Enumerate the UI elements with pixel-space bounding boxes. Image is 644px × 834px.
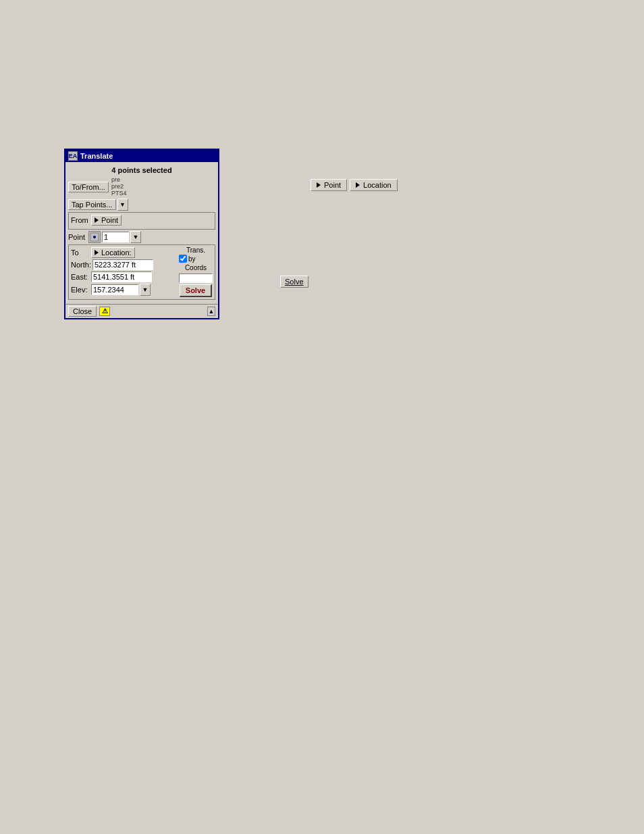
coords-label: Coords — [179, 263, 213, 272]
point-side-button[interactable]: Point — [311, 179, 347, 191]
by-coords-checkbox[interactable] — [179, 255, 187, 263]
elev-input[interactable]: 157.2344 — [91, 284, 138, 295]
pts-labels: pre pre2 PTS4 — [111, 177, 127, 197]
tofrom-button[interactable]: To/From... — [68, 182, 109, 192]
from-point-button[interactable]: Point — [91, 215, 122, 226]
close-button[interactable]: Close — [68, 306, 97, 317]
translate-dialog: EA Translate 4 points selected To/From..… — [64, 149, 219, 319]
dialog-title: Translate — [80, 152, 113, 160]
to-arrow-right-icon — [95, 250, 99, 255]
trans-label: Trans. — [179, 246, 213, 255]
point-row: Point 1 ▼ — [68, 231, 215, 243]
elev-dropdown-button[interactable]: ▼ — [140, 284, 151, 296]
coords-input[interactable] — [179, 273, 213, 283]
point-value-input[interactable]: 1 — [102, 232, 129, 242]
arrow-right-icon — [95, 217, 99, 223]
dialog-icon: EA — [68, 151, 78, 161]
point-arrow-icon — [317, 182, 321, 188]
side-buttons-area: Point Location — [311, 179, 398, 191]
dialog-titlebar: EA Translate — [65, 150, 218, 162]
from-row: From Point — [71, 215, 213, 226]
to-area: To Location: North: 5223.3277 ft East: 5… — [68, 244, 215, 300]
trans-by-coords-area: Trans. by Coords Solve — [179, 246, 213, 297]
dropdown-arrow-button[interactable]: ▼ — [117, 199, 128, 211]
close-bar: Close ⚠ ▲ — [65, 304, 218, 318]
elev-label: Elev: — [71, 286, 90, 294]
standalone-solve-button[interactable]: Solve — [280, 276, 308, 288]
east-input[interactable]: 5141.3551 ft — [91, 271, 152, 282]
dialog-body: 4 points selected To/From... pre pre2 PT… — [65, 162, 218, 304]
tap-points-button[interactable]: Tap Points... — [68, 199, 116, 210]
standalone-solve-area: Solve — [280, 276, 308, 288]
selected-count: 4 points selected — [68, 165, 215, 177]
location-side-button[interactable]: Location — [350, 179, 398, 191]
point-dropdown-button[interactable]: ▼ — [130, 231, 141, 243]
north-input[interactable]: 5223.3277 ft — [92, 259, 153, 270]
to-label: To — [71, 249, 90, 257]
pts-label-pts4: PTS4 — [111, 190, 127, 197]
tap-points-row: Tap Points... ▼ — [68, 199, 215, 211]
location-arrow-icon — [356, 182, 360, 188]
by-coords-row: by — [179, 255, 213, 263]
warning-icon: ⚠ — [99, 307, 110, 316]
from-label: From — [71, 216, 90, 224]
top-buttons-row: To/From... pre pre2 PTS4 — [68, 177, 215, 197]
point-label: Point — [68, 233, 87, 241]
from-panel: From Point — [68, 212, 215, 230]
solve-button[interactable]: Solve — [180, 284, 212, 297]
svg-point-1 — [93, 236, 96, 238]
point-icon — [88, 231, 101, 243]
east-label: East: — [71, 273, 90, 281]
scroll-up-button[interactable]: ▲ — [207, 307, 215, 316]
to-location-button[interactable]: Location: — [91, 247, 135, 258]
north-label: North: — [71, 261, 91, 269]
by-label: by — [188, 255, 196, 263]
